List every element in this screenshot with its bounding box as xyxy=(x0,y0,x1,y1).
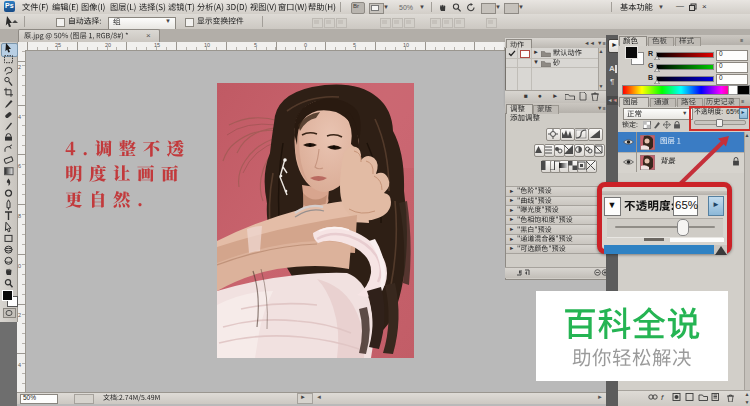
svg-text:f: f xyxy=(661,393,664,401)
